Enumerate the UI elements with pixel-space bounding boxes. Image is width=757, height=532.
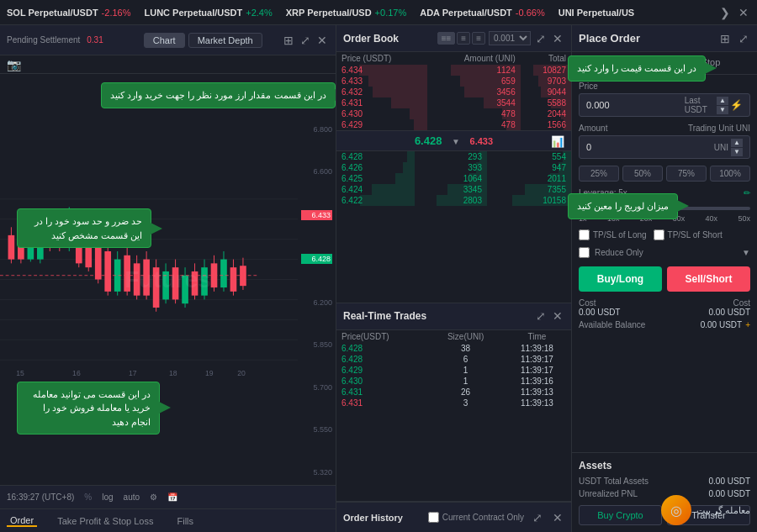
- ob-format-both[interactable]: ≡≡: [437, 32, 456, 45]
- ticker-item-sol[interactable]: SOL Perpetual/USDT -2.16%: [7, 8, 130, 18]
- amount-input[interactable]: [586, 142, 712, 152]
- tab-take-profit[interactable]: Take Profit & Stop Loss: [54, 516, 156, 526]
- order-book-content: Price (USDT) Amount (UNI) Total 6.434 11…: [336, 52, 571, 303]
- annotation-leverage: میزان لوریج را معین کنید: [568, 193, 678, 219]
- chart-close-icon[interactable]: ✕: [315, 32, 329, 49]
- balance-label: Available Balance: [579, 320, 645, 329]
- table-row[interactable]: 6.428 293 554: [336, 151, 571, 162]
- ob-expand-icon[interactable]: ⤢: [534, 30, 548, 47]
- market-depth-tab[interactable]: Market Depth: [188, 33, 262, 48]
- chart-expand-icon[interactable]: ⤢: [299, 32, 312, 49]
- rt-col-time: Time: [503, 330, 571, 343]
- realtime-title: Real-Time Trades: [343, 310, 426, 322]
- ob-buy-table: 6.428 293 554 6.426 393 947 6.425 1064: [336, 151, 571, 206]
- pct-50-btn[interactable]: 50%: [622, 166, 663, 182]
- price-input[interactable]: [586, 100, 685, 110]
- chart-tab[interactable]: Chart: [144, 33, 185, 48]
- ticker-bar: SOL Perpetual/USDT -2.16% LUNC Perpetual…: [0, 0, 757, 25]
- ob-mid-price: 6.428 ▼ 6.433 📊: [336, 130, 571, 151]
- price-axis: 7.000 6.800 6.600 6.433 6.428 6.200 5.85…: [298, 74, 336, 485]
- order-panel-expand-icon[interactable]: ⤢: [737, 30, 750, 47]
- table-row[interactable]: 6.422 2803 10158: [336, 195, 571, 206]
- ob-col-total: Total: [521, 52, 571, 65]
- tpsl-long-checkbox[interactable]: [579, 229, 590, 240]
- rt-expand-icon[interactable]: ⤢: [534, 308, 548, 324]
- tab-fills[interactable]: Fills: [173, 516, 197, 526]
- tab-order[interactable]: Order: [7, 515, 37, 527]
- ob-format-sell[interactable]: ≡: [457, 32, 470, 45]
- ob-format-buy[interactable]: ≡: [472, 32, 485, 45]
- usdt-total-row: USDT Total Assets 0.00 USDT: [579, 477, 750, 486]
- calendar-icon[interactable]: 📅: [167, 492, 177, 502]
- balance-val: 0.00 USDT: [701, 320, 742, 329]
- balance-add-btn[interactable]: +: [745, 320, 750, 329]
- chart-canvas: 7.000 6.800 6.600 6.433 6.428 6.200 5.85…: [0, 74, 336, 485]
- camera-icon[interactable]: 📷: [7, 58, 21, 71]
- chart-grid-icon[interactable]: ⊞: [282, 32, 295, 49]
- ob-chart-icon[interactable]: 📊: [551, 134, 564, 147]
- price-field-row: Price Last USDT ▲ ▼ ⚡: [579, 82, 750, 117]
- amount-increment-btn[interactable]: ▲: [731, 139, 743, 147]
- pct-buttons-row: 25% 50% 75% 100%: [579, 166, 750, 182]
- ticker-close-icon[interactable]: ✕: [737, 4, 750, 21]
- log-btn[interactable]: log: [102, 492, 113, 502]
- cost-row: Cost 0.00 USDT Cost 0.00 USDT: [579, 298, 750, 317]
- price-stepper: ▲ ▼: [717, 97, 728, 114]
- ticker-item-xrp[interactable]: XRP Perpetual/USD +0.17%: [286, 8, 407, 18]
- table-row[interactable]: 6.425 1064 2011: [336, 173, 571, 184]
- current-contract-label: Current Contract Only: [442, 513, 524, 522]
- table-row[interactable]: 6.432 3456 9044: [336, 87, 571, 97]
- pct-75-btn[interactable]: 75%: [666, 166, 707, 182]
- order-panel-settings-icon[interactable]: ⊞: [718, 30, 732, 47]
- order-panel-title: Place Order: [579, 32, 640, 45]
- table-row[interactable]: 6.426 393 947: [336, 162, 571, 173]
- buy-crypto-button[interactable]: Buy Crypto: [579, 505, 662, 525]
- table-row[interactable]: 6.424 3345 7355: [336, 184, 571, 195]
- cost-left-label: Cost: [579, 298, 620, 308]
- ob-col-price: Price (USDT): [336, 52, 427, 65]
- realtime-header: Real-Time Trades ⤢ ✕: [336, 303, 571, 330]
- order-history-expand[interactable]: ⤢: [531, 509, 544, 526]
- chart-area: Pending Settlement 0.31 Chart Market Dep…: [0, 25, 336, 532]
- amount-decrement-btn[interactable]: ▼: [731, 148, 743, 156]
- auto-btn[interactable]: auto: [124, 492, 140, 502]
- table-row[interactable]: 6.434 1124 10827: [336, 65, 571, 76]
- price-decrement-btn[interactable]: ▼: [717, 106, 728, 114]
- action-buttons-row: Buy/Long Sell/Short: [579, 266, 750, 292]
- order-book-panel: Order Book ≡≡ ≡ ≡ 0.001 0.01 0.1 ⤢ ✕: [336, 25, 571, 303]
- buy-long-button[interactable]: Buy/Long: [579, 266, 662, 292]
- logo-icon: ◎: [661, 495, 691, 525]
- ob-close-icon[interactable]: ✕: [551, 30, 564, 47]
- ob-qty-select[interactable]: 0.001 0.01 0.1: [489, 31, 531, 45]
- svg-text:19: 19: [205, 369, 214, 377]
- ob-col-amount: Amount (UNI): [427, 52, 521, 65]
- current-contract-checkbox[interactable]: [428, 512, 439, 523]
- bottom-tabs: Order Take Profit & Stop Loss Fills: [0, 508, 336, 532]
- price-lightning-btn[interactable]: ⚡: [730, 99, 743, 111]
- realtime-table: Price(USDT) Size(UNI) Time 6.428 38 11:3…: [336, 330, 571, 408]
- pct-25-btn[interactable]: 25%: [579, 166, 619, 182]
- ticker-item-uni[interactable]: UNI Perpetual/US: [558, 8, 634, 18]
- leverage-edit-btn[interactable]: ✏: [744, 188, 750, 198]
- table-row[interactable]: 6.430 478 2044: [336, 108, 571, 119]
- order-history-close[interactable]: ✕: [551, 509, 564, 526]
- table-row[interactable]: 6.429 478 1566: [336, 119, 571, 130]
- ticker-item-lunc[interactable]: LUNC Perpetual/USDT +2.4%: [144, 8, 272, 18]
- settings-icon[interactable]: ⚙: [150, 492, 157, 502]
- table-row[interactable]: 6.433 659 9703: [336, 76, 571, 87]
- tpsl-short-checkbox[interactable]: [654, 229, 664, 240]
- rt-col-price: Price(USDT): [336, 330, 429, 343]
- reduce-only-checkbox[interactable]: [579, 247, 590, 258]
- table-row: 6.428 6 11:39:17: [336, 354, 571, 365]
- amount-suffix: UNI: [714, 143, 728, 152]
- table-row[interactable]: 6.431 3544 5588: [336, 97, 571, 108]
- ticker-expand-icon[interactable]: ❯: [718, 4, 732, 21]
- trading-unit-label: Trading Unit UNI: [688, 124, 750, 133]
- usdt-total-label: USDT Total Assets: [579, 477, 648, 486]
- rt-close-icon[interactable]: ✕: [551, 308, 564, 324]
- reduce-only-dropdown[interactable]: ▼: [742, 248, 750, 257]
- pct-100-btn[interactable]: 100%: [710, 166, 750, 182]
- ticker-item-ada[interactable]: ADA Perpetual/USDT -0.66%: [420, 8, 544, 18]
- price-increment-btn[interactable]: ▲: [717, 97, 728, 105]
- sell-short-button[interactable]: Sell/Short: [667, 266, 750, 292]
